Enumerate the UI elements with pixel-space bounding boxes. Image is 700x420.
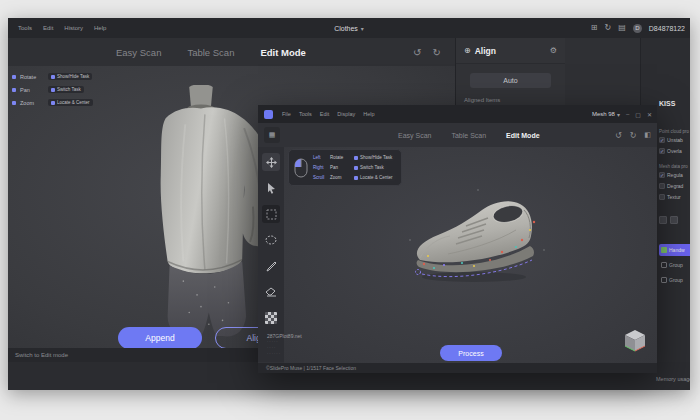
menu-edit[interactable]: Edit [43, 25, 53, 31]
legend-key: Right [313, 165, 327, 170]
tree-checkbox-row[interactable]: ✓ Regula [659, 169, 690, 180]
checker-view-tool[interactable] [262, 309, 280, 327]
legend-row: Left Rotate Show/Hide Task [313, 154, 396, 161]
model-menu-tile[interactable]: ▦ [264, 127, 280, 143]
legend-row: Rotate Show/Hide Task [12, 71, 93, 82]
menu-file[interactable]: File [282, 111, 291, 117]
menu-history[interactable]: History [64, 25, 83, 31]
menu-display[interactable]: Display [337, 111, 355, 117]
tree-item-handwrist[interactable]: Handw [659, 244, 690, 256]
axis-gizmo[interactable] [622, 327, 648, 353]
undo-icon[interactable]: ↺ [615, 131, 622, 140]
undo-icon[interactable]: ↺ [413, 47, 421, 58]
project-selector[interactable]: Clothes ▾ [334, 18, 364, 38]
tree-item-label: Handw [669, 247, 685, 253]
checker-icon [265, 312, 277, 324]
move-tool[interactable] [262, 153, 280, 171]
checkbox-icon[interactable]: ✓ [659, 148, 665, 154]
rotate-icon [12, 75, 16, 79]
tree-checkbox-row[interactable]: ✓ Overla [659, 145, 690, 156]
pointer-tool[interactable] [262, 179, 280, 197]
menu-edit[interactable]: Edit [320, 111, 329, 117]
panel-toggle-icon[interactable]: ◧ [644, 131, 651, 139]
mesh-selector[interactable]: Mesh 98 ▾ [592, 111, 620, 118]
checkbox-label: Overla [667, 148, 682, 154]
switch-icon [354, 166, 358, 170]
cube-icon [661, 262, 667, 268]
menu-tools[interactable]: Tools [18, 25, 32, 31]
front-window: File Tools Edit Display Help Mesh 98 ▾ –… [258, 105, 657, 373]
process-button[interactable]: Process [440, 345, 502, 361]
checkbox-icon[interactable]: ✓ [659, 172, 665, 178]
shortcut-chip: Switch Task [351, 164, 387, 171]
delete-icon[interactable] [670, 216, 678, 224]
close-icon[interactable]: ✕ [647, 111, 652, 118]
library-icon[interactable]: ▤ [618, 24, 626, 32]
front-menubar: File Tools Edit Display Help [282, 111, 375, 117]
back-tabbar: Easy Scan Table Scan Edit Mode ↺ ↻ [8, 38, 455, 66]
checkbox-icon[interactable]: ✓ [659, 137, 665, 143]
shoe-model[interactable] [404, 180, 554, 290]
viewport-stats: 287GPlot89.net ····· ···· ······ [267, 333, 302, 357]
gear-icon[interactable]: ⚙ [550, 46, 557, 55]
append-button[interactable]: Append [118, 327, 202, 348]
tree-item-group[interactable]: Group [659, 259, 690, 271]
chip-label: Locate & Center [57, 100, 90, 105]
mouse-legend-front: Left Rotate Show/Hide Task Right Pan Swi… [288, 149, 402, 186]
menu-help[interactable]: Help [94, 25, 106, 31]
tree-checkbox-row[interactable]: ✓ Unstab [659, 134, 690, 145]
user-id-label: D84878122 [649, 25, 685, 32]
tab-edit-mode[interactable]: Edit Mode [260, 47, 305, 58]
tab-table-scan[interactable]: Table Scan [451, 132, 486, 139]
sync-icon[interactable]: ↻ [605, 24, 612, 32]
tab-edit-mode[interactable]: Edit Mode [506, 132, 539, 139]
shortcut-chip: Show/Hide Task [48, 73, 92, 80]
legend-action: Pan [330, 165, 348, 170]
tree-checkbox-row[interactable]: Degrad [659, 180, 690, 191]
align-panel-title: Align [475, 46, 546, 56]
merge-icon[interactable] [659, 216, 667, 224]
redo-icon[interactable]: ↻ [630, 131, 637, 140]
target-icon [51, 101, 55, 105]
tab-easy-scan[interactable]: Easy Scan [116, 47, 161, 58]
checkbox-icon[interactable] [659, 194, 665, 200]
back-titlebar-right: ⊞ ↻ ▤ D D84878122 [591, 18, 685, 38]
tree-checkbox-row[interactable]: Textur [659, 191, 690, 202]
shortcut-chip: Show/Hide Task [351, 154, 395, 161]
front-titlebar: File Tools Edit Display Help Mesh 98 ▾ –… [258, 105, 657, 123]
tree-item-label: Group [669, 262, 683, 268]
viewport-3d-front[interactable]: Left Rotate Show/Hide Task Right Pan Swi… [284, 147, 657, 363]
target-icon [354, 176, 358, 180]
checkbox-label: Degrad [667, 183, 683, 189]
minimize-icon[interactable]: – [626, 111, 629, 117]
menu-tools[interactable]: Tools [299, 111, 312, 117]
mesh-name: Mesh 98 [592, 111, 615, 117]
legend-key: Scroll [313, 175, 327, 180]
checkbox-icon[interactable] [659, 183, 665, 189]
legend-action: Zoom [330, 175, 348, 180]
tree-item-group[interactable]: Group [659, 274, 690, 286]
pen-tool[interactable] [262, 257, 280, 275]
switch-icon [51, 88, 55, 92]
redo-icon[interactable]: ↻ [432, 47, 440, 58]
chip-label: Locate & Center [360, 175, 393, 180]
cube-icon [661, 277, 667, 283]
project-name: Clothes [334, 25, 358, 32]
grid-icon[interactable]: ⊞ [591, 24, 598, 32]
auto-align-button[interactable]: Auto [470, 73, 551, 88]
tab-easy-scan[interactable]: Easy Scan [398, 132, 431, 139]
align-icon: ⊕ [464, 46, 471, 55]
maximize-icon[interactable]: ▢ [635, 111, 641, 118]
menu-help[interactable]: Help [363, 111, 374, 117]
rect-select-tool[interactable] [262, 205, 280, 223]
tree-section-label: Point cloud pro [659, 129, 690, 134]
shortcut-chip: Switch Task [48, 86, 84, 93]
shortcut-chip: Locate & Center [351, 174, 396, 181]
eye-icon [354, 156, 358, 160]
avatar[interactable]: D [633, 24, 642, 33]
tab-table-scan[interactable]: Table Scan [187, 47, 234, 58]
legend-row: Pan Switch Task [12, 84, 93, 95]
aligned-items-label: Aligned Items [464, 97, 565, 103]
eraser-tool[interactable] [262, 283, 280, 301]
lasso-tool[interactable] [262, 231, 280, 249]
